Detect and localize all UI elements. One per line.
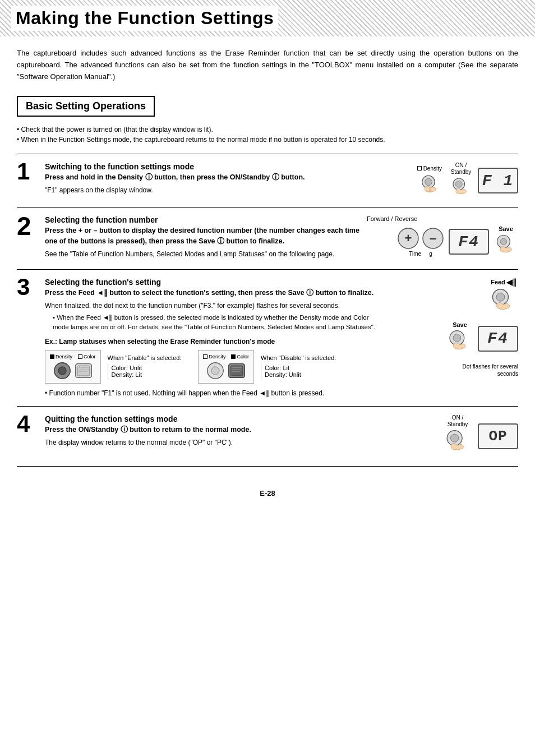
svg-rect-22 <box>231 366 243 376</box>
section-title: Basic Setting Operations <box>26 100 146 112</box>
svg-point-29 <box>453 334 461 342</box>
color-off-button <box>75 362 93 380</box>
step-4-lcd: OP <box>478 423 518 449</box>
svg-point-5 <box>455 181 462 188</box>
step-4-number: 4 <box>17 412 41 436</box>
step-3-number: 3 <box>17 275 41 299</box>
enable-buttons-visual: Density Color <box>45 350 101 384</box>
step-3-content: Selecting the function's setting Press t… <box>45 278 384 398</box>
feed-hand-icon <box>489 288 518 317</box>
svg-text:+: + <box>405 231 412 245</box>
plus-button-icon: + <box>397 227 419 250</box>
svg-point-27 <box>496 293 505 301</box>
step-2-number: 2 <box>17 213 41 239</box>
save-label-3: Save <box>453 321 467 328</box>
step-2-title: Selecting the function number <box>45 215 361 224</box>
step-1-lcd: F 1 <box>478 168 518 193</box>
step-2-buttons-row: + – Time g F4 Save <box>397 225 518 258</box>
on-standby-group-4: ON /Standby <box>443 414 472 458</box>
disable-buttons <box>206 362 246 380</box>
minus-button-icon: – <box>422 227 444 250</box>
step-1-normal: "F1" appears on the display window. <box>45 185 361 195</box>
enable-color-unlit: Color: Unlit <box>112 365 142 371</box>
step-2-visual: Forward / Reverse + – <box>361 215 518 258</box>
extra-bullet-3: Function number "F1" is not used. Nothin… <box>45 388 384 398</box>
disable-lamp-labels: Density Color <box>203 354 249 359</box>
save-lcd-row-3: Save F4 <box>446 321 518 356</box>
step-4-row: 4 Quitting the function settings mode Pr… <box>17 406 518 467</box>
enable-density-label: Density <box>50 354 72 359</box>
disable-color-label: Color <box>231 354 249 359</box>
plus-minus-group: + – Time g <box>397 227 444 257</box>
page-body: The captureboard includes such advanced … <box>0 36 535 478</box>
svg-point-13 <box>58 367 66 375</box>
enable-divider <box>108 363 108 380</box>
color-on-button <box>228 362 246 380</box>
step-3-bold: Press the Feed ◄‖ button to select the f… <box>45 288 384 298</box>
step-1-visual: Density ON /Standby <box>361 162 518 199</box>
svg-point-31 <box>450 434 458 442</box>
step-1-density-group: Density <box>417 165 444 196</box>
standby-hand-icon <box>450 177 472 199</box>
feed-arrow: ◀‖ <box>506 278 516 287</box>
svg-point-1 <box>425 178 432 186</box>
time-ng-labels: Time g <box>409 251 432 257</box>
enable-color-label: Color <box>78 354 96 359</box>
page-header: Making the Function Settings <box>0 0 535 36</box>
save-hand-icon-3 <box>446 329 473 356</box>
save-hand-icon-2 <box>494 233 518 258</box>
feed-button-group: Feed◀‖ <box>489 278 518 317</box>
plus-minus-buttons: + – <box>397 227 444 250</box>
enable-color-texts: Color: Unlit Density: Lit <box>112 365 142 378</box>
step-3-visual: Feed◀‖ Save <box>384 278 518 377</box>
density-empty-sq <box>203 354 207 359</box>
on-standby-label-1: ON /Standby <box>451 162 472 176</box>
color-filled-sq <box>231 354 236 359</box>
save-group-3: Save <box>446 321 473 356</box>
disable-text: When "Disable" is selected: Color: Lit D… <box>261 354 336 380</box>
enable-colors-row: Color: Unlit Density: Lit <box>108 363 182 380</box>
step-4-visual: ON /Standby OP <box>361 414 518 458</box>
bullet-list: Check that the power is turned on (that … <box>17 126 518 144</box>
color-empty-square <box>78 354 82 359</box>
disable-buttons-visual: Density Color <box>198 350 254 384</box>
disable-color-lit: Color: Lit <box>265 365 301 371</box>
step-2-normal: See the "Table of Function Numbers, Sele… <box>45 249 361 259</box>
svg-point-11 <box>500 238 506 245</box>
step-2-lcd: F4 <box>449 229 489 255</box>
disable-density-unlit: Density: Unlit <box>265 371 301 378</box>
step-3-sub: When the Feed ◄‖ button is pressed, the … <box>53 313 384 333</box>
disable-example: Density Color <box>198 350 336 384</box>
page-title: Making the Function Settings <box>11 6 278 31</box>
disable-label: When "Disable" is selected: <box>261 354 336 361</box>
disable-divider <box>261 363 261 380</box>
dot-flash-label: Dot flashes for several seconds <box>463 363 519 377</box>
step-1-content: Switching to the function settings mode … <box>45 162 361 197</box>
density-text: Density <box>423 165 442 172</box>
density-filled-square <box>50 354 54 359</box>
density-on-button <box>53 362 71 380</box>
step-4-bold: Press the ON/Standby ⓘ button to return … <box>45 425 361 435</box>
enable-lamp-labels: Density Color <box>50 354 96 359</box>
save-group-2: Save <box>494 225 518 258</box>
step-1-bold: Press and hold in the Density ⓘ button, … <box>45 172 361 183</box>
svg-rect-15 <box>77 366 89 376</box>
feed-btn-row: Feed◀‖ <box>489 278 518 317</box>
step-4-content: Quitting the function settings mode Pres… <box>45 414 361 450</box>
bullet-item-2: When in the Function Settings mode, the … <box>17 136 518 144</box>
lamp-examples: Density Color <box>45 350 384 384</box>
enable-buttons <box>53 362 93 380</box>
forward-reverse-label: Forward / Reverse <box>367 215 417 222</box>
enable-label: When "Enable" is selected: <box>108 354 182 361</box>
density-hand-icon <box>419 174 442 196</box>
step-4-normal: The display window returns to the normal… <box>45 437 361 448</box>
disable-color-texts: Color: Lit Density: Unlit <box>265 365 301 378</box>
intro-text: The captureboard includes such advanced … <box>17 48 518 82</box>
standby-hand-icon-4 <box>443 429 472 458</box>
bullet-item-1: Check that the power is turned on (that … <box>17 126 518 133</box>
page-number: E-28 <box>0 478 535 503</box>
on-standby-label-4: ON /Standby <box>448 414 468 428</box>
step-1-number: 1 <box>17 160 41 183</box>
time-label: Time <box>409 251 421 257</box>
enable-text: When "Enable" is selected: Color: Unlit … <box>108 354 182 380</box>
